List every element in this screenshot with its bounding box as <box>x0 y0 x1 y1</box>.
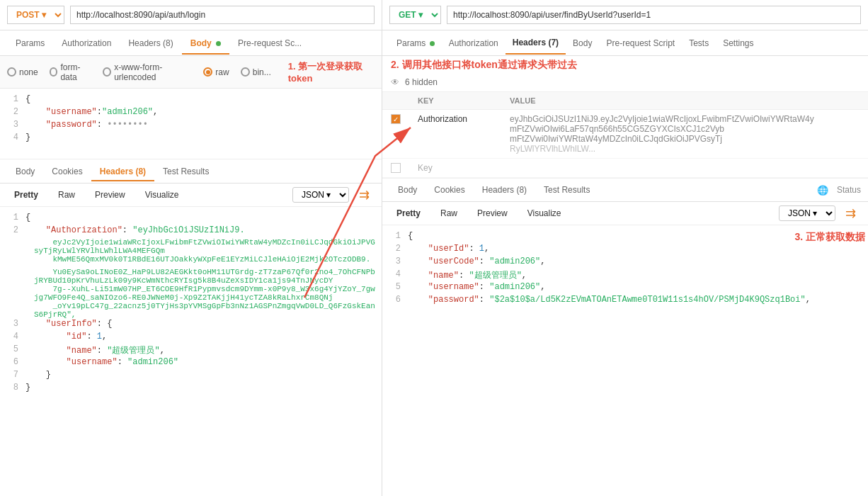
radio-dot-raw <box>203 67 212 77</box>
header-col-value: VALUE <box>501 92 868 110</box>
tab-auth-right[interactable]: Authorization <box>442 33 506 54</box>
tab-body-left[interactable]: Body <box>182 33 229 54</box>
radio-urlencoded[interactable]: x-www-form-urlencoded <box>103 62 192 82</box>
annotation2-container: 2. 调用其他接口将token通过请求头带过去 <box>382 56 868 73</box>
resp-tab-headers-left[interactable]: Headers (8) <box>91 162 154 181</box>
right-resp-line-3: 3 "userCode": "admin206", <box>382 257 868 269</box>
radio-dot-form-data <box>50 67 58 77</box>
tab-params-left[interactable]: Params <box>7 33 53 54</box>
params-dot <box>430 41 435 46</box>
annotation-1: 1. 第一次登录获取token <box>288 60 375 84</box>
radio-urlencoded-label: x-www-form-urlencoded <box>114 62 192 82</box>
resp-line-6: 6 "username": "admin206" <box>0 357 382 370</box>
format-select-left[interactable]: JSON ▾ <box>292 187 349 203</box>
resp-tab-cookies-left[interactable]: Cookies <box>43 162 91 181</box>
status-area: 🌐 Status <box>817 185 861 196</box>
visualize-btn-right[interactable]: Visualize <box>520 206 569 220</box>
visualize-btn-left[interactable]: Visualize <box>138 188 186 202</box>
resp-tab-headers-right[interactable]: Headers (8) <box>474 181 535 199</box>
right-tabs-bar: Params Authorization Headers (7) Body Pr… <box>382 30 868 56</box>
resp-line-2b: eyJc2VyIjoie1wiaWRcIjoxLFwibmFtZVwiOIwiY… <box>0 238 382 255</box>
headers-table-header-row: KEY VALUE <box>382 92 868 110</box>
headers-table: KEY VALUE ✓ Authorization eyJhbGciOiJSUz… <box>382 92 868 178</box>
radio-binary[interactable]: bin... <box>241 67 271 77</box>
headers-info-bar: 👁 6 hidden <box>382 73 868 92</box>
resp-tab-body-left[interactable]: Body <box>7 162 43 181</box>
resp-line-2e: 7g--XuhL-Li51mW07HP_ET6COE9HfR1Pypmvsdcm… <box>0 285 382 302</box>
format-icon-right[interactable]: ⇉ <box>845 205 861 221</box>
resp-line-8: 8 } <box>0 383 382 395</box>
tab-headers-left[interactable]: Headers (8) <box>120 33 181 54</box>
radio-dot-urlencoded <box>103 67 111 77</box>
right-resp-line-4: 4 "name": "超级管理员", <box>382 269 868 282</box>
code-line-4: 4 } <box>0 133 382 145</box>
radio-raw[interactable]: raw <box>203 67 229 77</box>
preview-btn-left[interactable]: Preview <box>88 188 132 202</box>
annotation-2: 2. 调用其他接口将token通过请求头带过去 <box>391 59 577 70</box>
header-row-auth: ✓ Authorization eyJhbGciOiJSUzI1NiJ9.eyJ… <box>382 110 868 159</box>
header-col-key: KEY <box>409 92 501 110</box>
resp-tab-testresults-left[interactable]: Test Results <box>154 162 217 181</box>
radio-none-label: none <box>19 67 38 77</box>
resp-tab-body-right[interactable]: Body <box>389 181 426 199</box>
tab-tests-right[interactable]: Tests <box>682 33 716 54</box>
eye-icon: 👁 <box>391 77 399 87</box>
right-method-select[interactable]: GET ▾ <box>389 6 441 24</box>
format-icon-left[interactable]: ⇉ <box>359 187 375 203</box>
pretty-btn-right[interactable]: Pretty <box>389 206 428 220</box>
left-response-body: 1 { 2 "Authorization": "eyJhbGciOiJSUzI1… <box>0 207 382 401</box>
preview-btn-right[interactable]: Preview <box>470 206 515 220</box>
checkbox-key[interactable] <box>391 163 401 173</box>
left-response-code: 1 { 2 "Authorization": "eyJhbGciOiJSUzI1… <box>0 207 382 496</box>
resp-line-2d: Yu0EySa9oLINoE0Z_HaP9LU82AEGKkt0oHM11UTG… <box>0 268 382 285</box>
right-resp-line-6: 6 "password": "$2a$10$a/Ld5K2zEVmATOAnET… <box>382 295 868 308</box>
headers-hidden-count: 6 hidden <box>405 77 438 87</box>
tab-authorization-left[interactable]: Authorization <box>53 33 120 54</box>
format-select-right[interactable]: JSON ▾ <box>779 205 835 221</box>
left-url-bar: POST ▾ <box>0 0 382 30</box>
tab-prerequest-right[interactable]: Pre-request Script <box>599 33 682 54</box>
right-response-tabs: Body Cookies Headers (8) Test Results 🌐 … <box>382 178 868 202</box>
header-col-check <box>382 92 409 110</box>
radio-raw-label: raw <box>215 67 229 77</box>
radio-form-data[interactable]: form-data <box>50 62 92 82</box>
left-panel: POST ▾ Params Authorization Headers (8) … <box>0 0 382 496</box>
tab-prerequest-left[interactable]: Pre-request Sc... <box>229 33 310 54</box>
raw-btn-right[interactable]: Raw <box>433 206 464 220</box>
right-resp-line-2: 2 "userId": 1, <box>382 244 868 257</box>
right-response-code: 1 { 3. 正常获取数据 2 "userId": 1, 3 "userCode… <box>382 225 868 496</box>
pretty-btn-left[interactable]: Pretty <box>7 188 45 202</box>
globe-icon: 🌐 <box>817 185 828 196</box>
right-resp-line-5: 5 "username": "admin206", <box>382 282 868 295</box>
body-dot <box>216 41 221 46</box>
left-response-tabs: Body Cookies Headers (8) Test Results <box>0 159 382 184</box>
code-line-2: 2 "username":"admin206", <box>0 107 382 120</box>
header-key-auth: Authorization <box>409 110 501 159</box>
checkbox-auth[interactable]: ✓ <box>391 114 401 124</box>
resp-line-5: 5 "name": "超级管理员", <box>0 344 382 357</box>
status-text: Status <box>837 185 861 195</box>
radio-form-data-label: form-data <box>60 62 91 82</box>
header-value-auth: eyJhbGciOiJSUzI1NiJ9.eyJc2VyIjoie1wiaWRc… <box>501 110 868 159</box>
tab-headers-right[interactable]: Headers (7) <box>506 32 566 55</box>
raw-btn-left[interactable]: Raw <box>51 188 82 202</box>
left-pretty-bar: Pretty Raw Preview Visualize JSON ▾ ⇉ <box>0 184 382 207</box>
resp-line-2f: _oYv19pLC47g_22acnz5j0TYjHs3pYVMSgGpFb3n… <box>0 302 382 319</box>
right-url-input[interactable] <box>447 6 861 24</box>
tab-body-right[interactable]: Body <box>566 33 599 54</box>
resp-tab-cookies-right[interactable]: Cookies <box>426 181 473 199</box>
tab-params-right[interactable]: Params <box>389 33 442 54</box>
radio-binary-label: bin... <box>253 67 271 77</box>
header-row-key: Key <box>382 159 868 178</box>
body-type-bar: none form-data x-www-form-urlencoded raw… <box>0 56 382 89</box>
right-response-body: 1 { 3. 正常获取数据 2 "userId": 1, 3 "userCode… <box>382 225 868 313</box>
right-resp-line-1: 1 { 3. 正常获取数据 <box>382 231 868 244</box>
tab-settings-right[interactable]: Settings <box>716 33 760 54</box>
radio-none[interactable]: none <box>7 67 38 77</box>
radio-dot-none <box>7 67 16 77</box>
left-tabs-bar: Params Authorization Headers (8) Body Pr… <box>0 30 382 56</box>
left-method-select[interactable]: POST ▾ <box>7 6 64 24</box>
left-url-input[interactable] <box>70 6 375 24</box>
resp-line-2: 2 "Authorization": "eyJhbGciOiJSUzI1NiJ9… <box>0 225 382 238</box>
resp-tab-testresults-right[interactable]: Test Results <box>535 181 598 199</box>
